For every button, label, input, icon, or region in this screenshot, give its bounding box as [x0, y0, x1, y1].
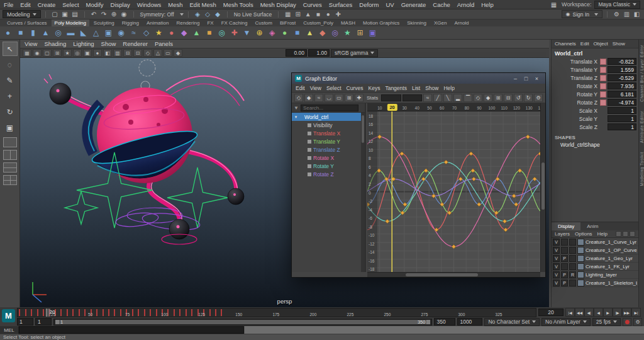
- layer-row[interactable]: V Creature_1_FK_Lyr: [552, 263, 638, 271]
- fps-selector[interactable]: 25 fps: [592, 318, 621, 326]
- menubar-item[interactable]: Edit: [20, 1, 30, 8]
- viewport-toolbar-icon[interactable]: ★: [63, 49, 72, 57]
- shelf-tool-icon[interactable]: ■: [292, 27, 303, 38]
- layer-display-type-toggle[interactable]: [569, 255, 576, 262]
- snap-icon[interactable]: ◆: [213, 10, 223, 19]
- shelf-tool-icon[interactable]: ▣: [367, 27, 378, 38]
- graph-channel-row[interactable]: Visibility: [292, 121, 365, 129]
- graph-editor-window[interactable]: M Graph Editor – □ × EditViewSelectCurve…: [291, 72, 546, 278]
- status-icon[interactable]: ◉: [119, 10, 129, 19]
- graph-channel-row[interactable]: Translate Z: [292, 145, 365, 154]
- playback-button[interactable]: ▶: [603, 308, 613, 317]
- viewport-toolbar-icon[interactable]: ◇: [143, 49, 152, 57]
- shelf-tab[interactable]: BiFrost: [277, 20, 299, 26]
- status-icon[interactable]: ◧: [632, 10, 641, 19]
- menubar-item[interactable]: Modify: [86, 1, 104, 8]
- layer-row[interactable]: V Creature_1_Curve_Lyr: [552, 238, 638, 246]
- gamma-field[interactable]: 1.00: [308, 49, 330, 57]
- menubar-item[interactable]: Cache: [433, 1, 450, 8]
- graph-editor-menu-item[interactable]: Edit: [296, 85, 305, 91]
- new-empty-layer-icon[interactable]: [616, 231, 621, 237]
- layer-display-type-toggle[interactable]: [569, 263, 576, 270]
- layer-row[interactable]: V P Creature_1_Skeleton_Lyr: [552, 279, 638, 287]
- menubar-item[interactable]: UV: [386, 1, 394, 8]
- layout-two-pane-button[interactable]: [3, 150, 17, 160]
- graph-time-ruler[interactable]: 10203040506070809010011012013014020: [367, 103, 540, 111]
- shelf-tab[interactable]: XGen: [431, 20, 450, 26]
- panel-menu-item[interactable]: Shading: [44, 40, 66, 47]
- layer-visibility-toggle[interactable]: V: [553, 239, 560, 246]
- attribute-value-field[interactable]: -4.974: [608, 99, 636, 106]
- shelf-tool-icon[interactable]: ▮: [28, 27, 38, 38]
- status-icon[interactable]: ⚙: [612, 10, 621, 19]
- tangent-tool-icon[interactable]: ╱: [433, 94, 442, 102]
- status-icon[interactable]: ↶: [89, 10, 99, 19]
- channel-attribute-row[interactable]: Translate Z -0.529: [552, 74, 638, 82]
- layer-color-swatch[interactable]: [577, 247, 584, 254]
- command-line-input[interactable]: [19, 326, 244, 334]
- tangent-tool-icon[interactable]: ▔: [464, 94, 472, 102]
- symmetry-selector[interactable]: Symmetry: Off: [140, 11, 174, 18]
- layer-row[interactable]: V P R Lighting_layer: [552, 271, 638, 279]
- viewport-toolbar-icon[interactable]: ◧: [103, 49, 112, 57]
- attribute-value-field[interactable]: -0.529: [608, 74, 636, 81]
- menubar-item[interactable]: Create: [38, 1, 56, 8]
- shelf-tab[interactable]: Rigging: [119, 20, 142, 26]
- layer-row[interactable]: V Creature_1_OP_Curve_Lyr: [552, 246, 638, 254]
- shelf-tool-icon[interactable]: ◆: [317, 27, 328, 38]
- graph-horizontal-scrollbar[interactable]: [367, 272, 540, 277]
- graph-search-input[interactable]: [301, 105, 358, 111]
- layer-editor-tab[interactable]: Anim: [580, 222, 604, 230]
- shelf-tool-icon[interactable]: ✚: [229, 27, 240, 38]
- menubar-item[interactable]: Deform: [359, 1, 379, 8]
- graph-toolbar-icon[interactable]: ▭: [335, 94, 343, 102]
- tangent-tool-icon[interactable]: ↺: [514, 94, 523, 102]
- tangent-tool-icon[interactable]: ↻: [524, 94, 533, 102]
- shelf-tool-icon[interactable]: ●: [3, 27, 13, 38]
- shape-node-name[interactable]: World_ctrlShape: [552, 141, 638, 149]
- snap-icon[interactable]: ◈: [193, 10, 203, 19]
- layout-four-pane-button[interactable]: [3, 175, 17, 185]
- graph-editor-menu-item[interactable]: View: [310, 85, 321, 91]
- graph-editor-menu-item[interactable]: Show: [425, 85, 438, 91]
- menubar-item[interactable]: Select: [62, 1, 79, 8]
- auto-keyframe-toggle[interactable]: [623, 318, 631, 326]
- layer-display-type-toggle[interactable]: [569, 280, 576, 286]
- shelf-tool-icon[interactable]: ◎: [216, 27, 227, 38]
- snap-icon[interactable]: ◇: [203, 10, 213, 19]
- status-icon[interactable]: ⊞: [293, 10, 303, 19]
- menubar-item[interactable]: Curves: [303, 1, 322, 8]
- live-surface-label[interactable]: No Live Surface: [234, 11, 272, 18]
- channel-box-menu-item[interactable]: Edit: [580, 41, 589, 47]
- layer-display-type-toggle[interactable]: [569, 239, 576, 246]
- sidebar-vertical-tab[interactable]: Attribute Editor: [640, 111, 644, 143]
- tangent-tool-icon[interactable]: ▂: [453, 94, 462, 102]
- graph-channel-row[interactable]: Rotate Z: [292, 170, 365, 178]
- layer-color-swatch[interactable]: [577, 263, 584, 270]
- exposure-field[interactable]: 0.00: [286, 49, 307, 57]
- shelf-tool-icon[interactable]: ≈: [128, 27, 139, 38]
- viewport-toolbar-icon[interactable]: ⊡: [133, 49, 142, 57]
- graph-channel-row[interactable]: ▾ World_ctrl: [292, 113, 365, 121]
- stats-frame-field[interactable]: [381, 94, 401, 101]
- shelf-tab[interactable]: Custom_Poly: [300, 20, 336, 26]
- channel-attribute-row[interactable]: Rotate Z -4.974: [552, 98, 638, 106]
- menubar-item[interactable]: Mesh Tools: [223, 1, 253, 8]
- shelf-tool-icon[interactable]: ▲: [304, 27, 315, 38]
- shelf-tab[interactable]: Custom: [252, 20, 275, 26]
- playback-button[interactable]: |◀: [565, 308, 575, 317]
- layer-color-swatch[interactable]: [577, 271, 584, 278]
- layer-playback-toggle[interactable]: P: [561, 255, 568, 262]
- sidebar-vertical-tab[interactable]: Channel Box / Layer Editor: [640, 45, 644, 102]
- viewport-toolbar-icon[interactable]: ◆: [174, 49, 182, 57]
- range-slider-handle[interactable]: 1 350: [55, 320, 430, 324]
- shelf-tool-icon[interactable]: ◈: [267, 27, 277, 38]
- command-language-toggle[interactable]: MEL: [0, 326, 19, 334]
- graph-channel-row[interactable]: Translate X: [292, 129, 365, 137]
- channel-box-menu-item[interactable]: Show: [613, 41, 625, 47]
- shelf-tab[interactable]: Rendering: [173, 20, 203, 26]
- menubar-item[interactable]: Surfaces: [329, 1, 353, 8]
- layer-visibility-toggle[interactable]: V: [553, 247, 560, 254]
- shelf-tab[interactable]: Skinning: [404, 20, 430, 26]
- expand-arrow-icon[interactable]: ▾: [293, 115, 299, 120]
